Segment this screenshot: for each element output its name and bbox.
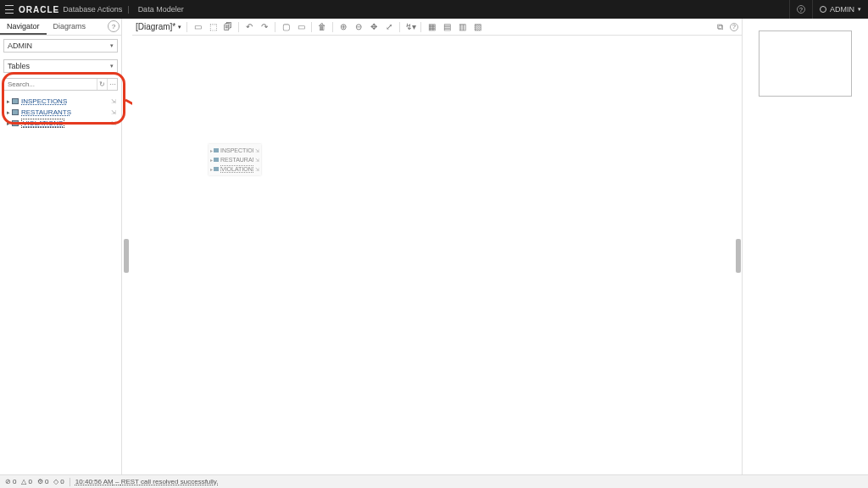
tab-diagrams[interactable]: Diagrams [47,19,93,35]
table-icon [12,120,19,126]
pin-icon: ⇲ [255,157,259,163]
right-panel [743,19,868,474]
ghost-item: ▸ INSPECTIONS ⇲ [210,146,259,155]
sidebar: Navigator Diagrams ? ADMIN Tables ↻ ⋯ ▸ … [0,19,122,474]
preview-icon[interactable]: ⧉ [715,22,725,32]
chevron-down-icon: ▾ [178,24,181,30]
save-icon[interactable]: ▭ [192,22,203,32]
tree-item-violations[interactable]: ▸ VIOLATIONS ⇲ [2,118,120,129]
diagram-canvas[interactable]: ▸ INSPECTIONS ⇲ ▸ RESTAURANTS ⇲ ▸ VIOLAT… [132,36,742,474]
tree-item-inspections[interactable]: ▸ INSPECTIONS ⇲ [2,96,120,107]
sidebar-help-icon[interactable]: ? [108,20,120,32]
left-splitter[interactable] [124,239,129,273]
separator: | [127,5,129,14]
expand-icon[interactable]: ▸ [7,98,10,105]
main-area: Navigator Diagrams ? ADMIN Tables ↻ ⋯ ▸ … [0,19,868,474]
ghost-label: RESTAURANTS [220,157,253,163]
status-running[interactable]: ◇ 0 [53,478,64,485]
auto-layout-icon[interactable]: ↯▾ [405,22,415,32]
right-splitter[interactable] [736,239,741,273]
table-icon [214,167,219,171]
zoom-out-icon[interactable]: ⊖ [353,22,364,32]
expand-icon[interactable]: ▸ [7,120,10,127]
ddl-icon[interactable]: ▦ [426,22,437,32]
side-tabs: Navigator Diagrams ? [0,19,121,36]
top-header: ORACLE Database Actions | Data Modeler ?… [0,0,868,19]
status-errors[interactable]: ⊘ 0 [5,478,16,485]
pin-icon: ⇲ [255,147,259,153]
tree-label[interactable]: VIOLATIONS [21,119,64,128]
tree-label[interactable]: RESTAURANTS [21,108,71,116]
toolbar-help-icon[interactable]: ? [730,23,738,31]
help-icon: ? [797,5,805,14]
chevron-down-icon: ▾ [858,6,861,13]
search-input[interactable] [8,80,97,88]
info-icon: ⚙ [37,478,43,485]
pin-icon: ⇲ [255,166,259,172]
running-icon: ◇ [53,478,58,485]
redo-icon[interactable]: ↷ [259,22,270,32]
pin-icon[interactable]: ⇲ [111,98,116,105]
status-info[interactable]: ⚙ 0 [37,478,48,485]
zoom-in-icon[interactable]: ⊕ [338,22,348,32]
object-tree: ▸ INSPECTIONS ⇲ ▸ RESTAURANTS ⇲ ▸ VIOLAT… [0,92,121,132]
table-icon [12,98,19,104]
pin-icon[interactable]: ⇲ [111,120,116,127]
ghost-item: ▸ VIOLATIONS ⇲ [210,164,259,174]
print-icon[interactable]: 🗐 [223,22,233,32]
save-all-icon[interactable]: ⬚ [208,22,218,32]
search-row: ↻ ⋯ [3,78,118,91]
refresh-icon[interactable]: ↻ [97,79,107,90]
export-icon[interactable]: ▥ [457,22,467,32]
drag-ghost: ▸ INSPECTIONS ⇲ ▸ RESTAURANTS ⇲ ▸ VIOLAT… [209,144,261,175]
section-name: Data Modeler [138,5,184,14]
warning-icon: △ [21,478,26,485]
menu-icon[interactable] [5,5,14,14]
delete-icon[interactable]: 🗑 [317,22,327,32]
pin-icon[interactable]: ⇲ [111,109,116,116]
tree-item-restaurants[interactable]: ▸ RESTAURANTS ⇲ [2,107,120,118]
ghost-label: VIOLATIONS [220,165,253,173]
status-bar: ⊘ 0 △ 0 ⚙ 0 ◇ 0 10:40:56 AM – REST call … [0,474,868,488]
settings-icon[interactable]: ▧ [472,22,482,32]
tab-navigator[interactable]: Navigator [0,19,47,35]
schema-select-value: ADMIN [8,42,32,50]
report-icon[interactable]: ▤ [442,22,452,32]
help-button[interactable]: ? [789,0,812,19]
table-icon [214,158,219,162]
fit-icon[interactable]: ✥ [369,22,379,32]
editor-area: [Diagram]* ▾ ▭ ⬚ 🗐 ↶ ↷ ▢ ▭ 🗑 ⊕ ⊖ ✥ ⤢ ↯▾ … [132,19,743,474]
ghost-item: ▸ RESTAURANTS ⇲ [210,155,259,164]
fullscreen-icon[interactable]: ⤢ [384,22,394,32]
object-type-value: Tables [8,62,30,70]
note2-icon[interactable]: ▭ [296,22,306,32]
schema-select[interactable]: ADMIN [3,39,118,53]
document-title: [Diagram]* [136,22,175,31]
brand-logo: ORACLE [19,5,59,14]
error-icon: ⊘ [5,478,11,485]
expand-icon[interactable]: ▸ [7,109,10,116]
minimap[interactable] [759,30,852,97]
undo-icon[interactable]: ↶ [244,22,254,32]
user-name: ADMIN [830,5,854,14]
tree-label[interactable]: INSPECTIONS [21,97,67,105]
status-message[interactable]: 10:40:56 AM – REST call resolved success… [75,478,219,485]
document-tab[interactable]: [Diagram]* ▾ [136,22,181,31]
note-icon[interactable]: ▢ [281,22,291,32]
user-menu[interactable]: ADMIN ▾ [812,0,868,19]
table-icon [214,148,219,152]
status-warnings[interactable]: △ 0 [21,478,31,485]
object-type-select[interactable]: Tables [3,59,118,73]
search-more-icon[interactable]: ⋯ [107,79,117,90]
ghost-label: INSPECTIONS [220,147,253,153]
table-icon [12,109,19,115]
app-name: Database Actions [63,5,122,14]
editor-toolbar: [Diagram]* ▾ ▭ ⬚ 🗐 ↶ ↷ ▢ ▭ 🗑 ⊕ ⊖ ✥ ⤢ ↯▾ … [132,19,742,36]
user-icon [820,6,826,13]
